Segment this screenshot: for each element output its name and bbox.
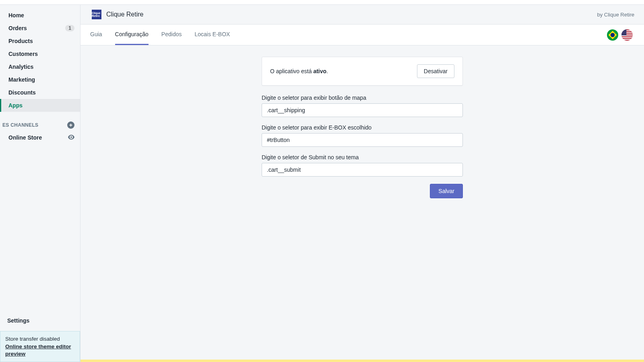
sidebar-item-label: Settings bbox=[7, 317, 29, 324]
svg-rect-13 bbox=[621, 29, 626, 35]
tab-locais-ebox[interactable]: Locais E-BOX bbox=[194, 25, 230, 45]
flag-brazil-icon[interactable] bbox=[607, 29, 618, 41]
tab-label: Configuração bbox=[115, 31, 149, 37]
transfer-title: Store transfer disabled bbox=[5, 335, 75, 343]
svg-rect-11 bbox=[621, 38, 633, 39]
ebox-selector-label: Digite o seletor para exibir E-BOX escol… bbox=[262, 124, 463, 131]
svg-rect-12 bbox=[621, 39, 633, 40]
sidebar-item-label: Discounts bbox=[8, 89, 74, 96]
theme-editor-link[interactable]: Online store theme editor bbox=[5, 343, 75, 350]
deactivate-button[interactable]: Desativar bbox=[417, 64, 454, 78]
sidebar-item-apps[interactable]: Apps bbox=[0, 99, 80, 112]
sidebar-item-online-store[interactable]: Online Store bbox=[0, 131, 80, 144]
map-selector-input[interactable] bbox=[262, 103, 463, 117]
status-text: O aplicativo está ativo. bbox=[270, 68, 328, 74]
main-area: Clique Retire Clique Retire by Clique Re… bbox=[80, 0, 644, 362]
eye-icon[interactable] bbox=[68, 134, 74, 141]
sidebar-item-label: Home bbox=[8, 12, 74, 19]
status-card: O aplicativo está ativo. Desativar bbox=[262, 57, 463, 86]
sidebar: Home Orders 1 Products Customers Analyti… bbox=[0, 0, 80, 362]
top-strip bbox=[0, 0, 644, 5]
tab-pedidos[interactable]: Pedidos bbox=[161, 25, 182, 45]
map-selector-label: Digite o seletor para exibir botão de ma… bbox=[262, 95, 463, 101]
sidebar-item-home[interactable]: Home bbox=[0, 9, 80, 22]
sales-channels-label: ES CHANNELS bbox=[2, 122, 38, 128]
tab-configuracao[interactable]: Configuração bbox=[115, 25, 149, 45]
app-header: Clique Retire Clique Retire by Clique Re… bbox=[80, 5, 644, 25]
content-area: O aplicativo está ativo. Desativar Digit… bbox=[80, 45, 644, 362]
orders-badge: 1 bbox=[65, 25, 74, 31]
app-title: Clique Retire bbox=[106, 11, 143, 18]
theme-editor-sub[interactable]: preview bbox=[5, 350, 75, 358]
app-by-label: by Clique Retire bbox=[597, 12, 635, 18]
sidebar-item-label: Customers bbox=[8, 51, 74, 57]
add-channel-icon[interactable]: + bbox=[67, 121, 74, 129]
svg-point-3 bbox=[611, 33, 615, 37]
svg-rect-6 bbox=[621, 29, 633, 30]
tab-guia[interactable]: Guia bbox=[90, 25, 102, 45]
bottom-warning-strip bbox=[80, 360, 644, 362]
sidebar-item-marketing[interactable]: Marketing bbox=[0, 73, 80, 86]
sidebar-item-label: Marketing bbox=[8, 76, 74, 83]
store-transfer-notice: Store transfer disabled Online store the… bbox=[0, 331, 80, 362]
tabs-bar: Guia Configuração Pedidos Locais E-BOX bbox=[80, 25, 644, 45]
sales-channels-header: ES CHANNELS + bbox=[0, 112, 80, 131]
sidebar-item-orders[interactable]: Orders 1 bbox=[0, 22, 80, 35]
sidebar-item-settings[interactable]: Settings bbox=[0, 313, 80, 328]
sidebar-item-label: Apps bbox=[8, 102, 74, 109]
tab-label: Locais E-BOX bbox=[194, 31, 230, 37]
ebox-selector-input[interactable] bbox=[262, 133, 463, 147]
sidebar-item-label: Products bbox=[8, 38, 74, 44]
tab-label: Guia bbox=[90, 31, 102, 37]
sidebar-item-label: Analytics bbox=[8, 64, 74, 70]
sidebar-item-discounts[interactable]: Discounts bbox=[0, 86, 80, 99]
sidebar-item-label: Online Store bbox=[8, 134, 68, 141]
submit-selector-label: Digite o seletor de Submit no seu tema bbox=[262, 154, 463, 160]
svg-rect-10 bbox=[621, 36, 633, 37]
app-logo: Clique Retire bbox=[92, 10, 101, 19]
sidebar-item-analytics[interactable]: Analytics bbox=[0, 60, 80, 73]
submit-selector-input[interactable] bbox=[262, 163, 463, 177]
sidebar-item-label: Orders bbox=[8, 25, 65, 31]
flag-usa-icon[interactable] bbox=[621, 29, 633, 41]
sidebar-item-products[interactable]: Products bbox=[0, 35, 80, 47]
tab-label: Pedidos bbox=[161, 31, 182, 37]
save-button[interactable]: Salvar bbox=[430, 184, 463, 198]
sidebar-item-customers[interactable]: Customers bbox=[0, 47, 80, 60]
